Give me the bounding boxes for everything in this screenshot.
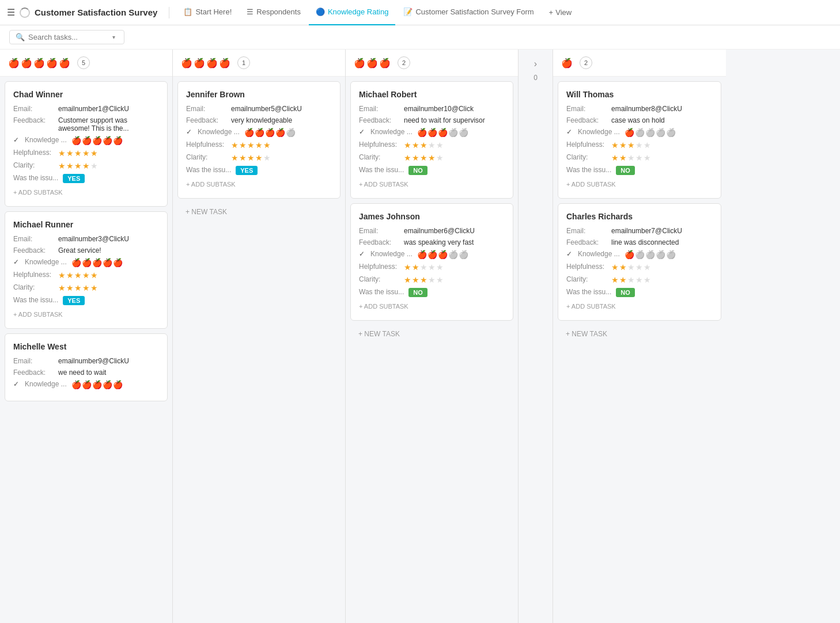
- add-subtask-chad[interactable]: + ADD SUBTASK: [13, 187, 159, 198]
- charles-helpfulness-row: Helpfulness: ★ ★ ★ ★ ★: [566, 263, 713, 272]
- jennifer-knowledge-row: ✓ Knowledge ... 🍎 🍎 🍎 🍎 🍎: [186, 128, 332, 137]
- will-clarity-row: Clarity: ★ ★ ★ ★ ★: [566, 153, 713, 162]
- charles-clarity-row: Clarity: ★ ★ ★ ★ ★: [566, 275, 713, 284]
- nav-tabs: 📋 Start Here! ☰ Respondents 🔵 Knowledge …: [176, 0, 833, 25]
- column-4-body: Jennifer Brown Email: emailnumber5@Click…: [173, 77, 345, 623]
- search-icon: 🔍: [16, 33, 25, 41]
- chad-feedback-row: Feedback: Customer support was awesome! …: [13, 116, 159, 132]
- chad-winner-name: Chad Winner: [13, 90, 159, 99]
- west-knowledge-row: ✓ Knowledge ... 🍎 🍎 🍎 🍎 🍎: [13, 380, 159, 389]
- card-jennifer-brown: Jennifer Brown Email: emailnumber5@Click…: [177, 81, 340, 199]
- west-email-row: Email: emailnumber9@ClickU: [13, 357, 159, 365]
- will-knowledge-row: ✓ Knowledge ... 🍎 🍎 🍎 🍎 🍎: [566, 128, 713, 137]
- will-thomas-name: Will Thomas: [566, 90, 713, 99]
- new-task-col4[interactable]: + NEW TASK: [558, 325, 721, 343]
- chad-email-row: Email: emailnumber1@ClickU: [13, 105, 159, 113]
- chad-knowledge-row: ✓ Knowledge ... 🍎 🍎 🍎 🍎 🍎: [13, 136, 159, 145]
- will-issue-row: Was the issu... NO: [566, 166, 713, 175]
- tab-knowledge-rating[interactable]: 🔵 Knowledge Rating: [309, 0, 396, 25]
- runner-clarity-row: Clarity: ★ ★ ★ ★ ★: [13, 283, 159, 292]
- collapsed-count: 0: [533, 74, 538, 82]
- add-subtask-runner[interactable]: + ADD SUBTASK: [13, 309, 159, 320]
- jennifer-email-row: Email: emailnumber5@ClickU: [186, 105, 332, 113]
- charles-feedback-row: Feedback: line was disconnected: [566, 238, 713, 246]
- robert-email-row: Email: emailnumber10@Click: [359, 105, 505, 113]
- chad-issue-row: Was the issu... YES: [13, 174, 159, 183]
- menu-icon[interactable]: ☰: [7, 7, 15, 18]
- michael-runner-name: Michael Runner: [13, 220, 159, 229]
- column-3-body: Michael Robert Email: emailnumber10@Clic…: [346, 77, 518, 623]
- apple-group-5: 🍎 🍎 🍎 🍎 🍎: [8, 58, 70, 69]
- jennifer-clarity-row: Clarity: ★ ★ ★ ★ ★: [186, 153, 332, 162]
- column-5-apples: 🍎 🍎 🍎 🍎 🍎 5 Chad Winner Email: em: [0, 50, 173, 623]
- chad-email: emailnumber1@ClickU: [58, 105, 129, 113]
- helpfulness-label: Helpfulness:: [13, 149, 54, 157]
- add-subtask-robert[interactable]: + ADD SUBTASK: [359, 178, 505, 190]
- issue-label: Was the issu...: [13, 174, 58, 182]
- add-subtask-will[interactable]: + ADD SUBTASK: [566, 178, 713, 190]
- plus-icon: +: [549, 8, 554, 17]
- chad-clarity-stars: ★ ★ ★ ★ ★: [58, 161, 98, 170]
- runner-feedback-row: Feedback: Great service!: [13, 246, 159, 254]
- tab-respondents-icon: ☰: [247, 7, 253, 16]
- james-knowledge-row: ✓ Knowledge ... 🍎 🍎 🍎 🍎 🍎: [359, 250, 505, 259]
- column-4-header: 🍎 🍎 🍎 🍎 1: [173, 50, 345, 77]
- add-subtask-james[interactable]: + ADD SUBTASK: [359, 301, 505, 312]
- search-input[interactable]: [28, 33, 109, 41]
- runner-email-row: Email: emailnumber3@ClickU: [13, 235, 159, 243]
- jennifer-feedback-row: Feedback: very knowledgeable: [186, 116, 332, 124]
- new-task-col2[interactable]: + NEW TASK: [177, 203, 340, 221]
- charles-email-row: Email: emailnumber7@ClickU: [566, 227, 713, 235]
- expand-icon[interactable]: ›: [534, 59, 537, 69]
- apple-group-3: 🍎 🍎 🍎: [354, 58, 391, 69]
- add-subtask-jennifer[interactable]: + ADD SUBTASK: [186, 178, 332, 190]
- column-5-header: 🍎 🍎 🍎 🍎 🍎 5: [0, 50, 172, 77]
- column-3-apples: 🍎 🍎 🍎 2 Michael Robert Email: emailnumbe…: [346, 50, 519, 623]
- runner-knowledge-row: ✓ Knowledge ... 🍎 🍎 🍎 🍎 🍎: [13, 258, 159, 267]
- apple-group-1: 🍎: [561, 58, 573, 69]
- tab-start-here-label: Start Here!: [195, 7, 232, 16]
- robert-helpfulness-row: Helpfulness: ★ ★ ★ ★ ★: [359, 140, 505, 150]
- tab-start-here-icon: 📋: [183, 7, 192, 16]
- add-subtask-charles[interactable]: + ADD SUBTASK: [566, 301, 713, 312]
- tab-view-plus[interactable]: + View: [542, 3, 579, 21]
- loading-spinner: [20, 7, 30, 18]
- app-header: ☰ Customer Satisfaction Survey 📋 Start H…: [0, 0, 840, 25]
- new-task-col3[interactable]: + NEW TASK: [350, 325, 513, 343]
- jennifer-brown-name: Jennifer Brown: [186, 90, 332, 99]
- apple-1: 🍎: [8, 58, 20, 69]
- charles-issue-row: Was the issu... NO: [566, 288, 713, 297]
- column-1-header: 🍎 2: [553, 50, 726, 77]
- column-4-apples: 🍎 🍎 🍎 🍎 1 Jennifer Brown Email: emailnum…: [173, 50, 346, 623]
- runner-issue-row: Was the issu... YES: [13, 296, 159, 305]
- jennifer-issue-row: Was the issu... YES: [186, 166, 332, 175]
- search-input-wrap[interactable]: 🔍 ▾: [9, 30, 124, 44]
- tab-survey-form[interactable]: 📝 Customer Satisfaction Survey Form: [396, 0, 540, 25]
- chad-helpfulness-row: Helpfulness: ★ ★ ★ ★ ★: [13, 149, 159, 158]
- header-divider: [169, 7, 169, 18]
- chad-clarity-row: Clarity: ★ ★ ★ ★ ★: [13, 161, 159, 170]
- main-content: 🔍 ▾ 🍎 🍎 🍎 🍎 🍎 5: [0, 25, 840, 623]
- chad-feedback: Customer support was awesome! This is th…: [58, 116, 159, 132]
- apple-5: 🍎: [59, 58, 70, 69]
- chevron-down-icon[interactable]: ▾: [112, 34, 115, 40]
- card-chad-winner: Chad Winner Email: emailnumber1@ClickU F…: [5, 81, 168, 207]
- tab-respondents[interactable]: ☰ Respondents: [240, 0, 308, 25]
- chad-helpfulness-stars: ★ ★ ★ ★ ★: [58, 149, 98, 158]
- james-helpfulness-row: Helpfulness: ★ ★ ★ ★ ★: [359, 263, 505, 272]
- card-michael-runner: Michael Runner Email: emailnumber3@Click…: [5, 211, 168, 329]
- tab-survey-label: Customer Satisfaction Survey Form: [415, 7, 533, 16]
- michelle-west-name: Michelle West: [13, 342, 159, 351]
- feedback-label: Feedback:: [13, 116, 54, 124]
- knowledge-label: Knowledge ...: [25, 136, 67, 144]
- clarity-label: Clarity:: [13, 161, 54, 169]
- robert-clarity-row: Clarity: ★ ★ ★ ★ ★: [359, 153, 505, 162]
- robert-issue-row: Was the issu... NO: [359, 166, 505, 175]
- board: 🍎 🍎 🍎 🍎 🍎 5 Chad Winner Email: em: [0, 50, 840, 623]
- column-3-count: 2: [398, 56, 410, 69]
- apple-group-4: 🍎 🍎 🍎 🍎: [181, 58, 230, 69]
- will-feedback-row: Feedback: case was on hold: [566, 116, 713, 124]
- column-5-body: Chad Winner Email: emailnumber1@ClickU F…: [0, 77, 172, 623]
- card-michael-robert: Michael Robert Email: emailnumber10@Clic…: [350, 81, 513, 199]
- tab-start-here[interactable]: 📋 Start Here!: [176, 0, 239, 25]
